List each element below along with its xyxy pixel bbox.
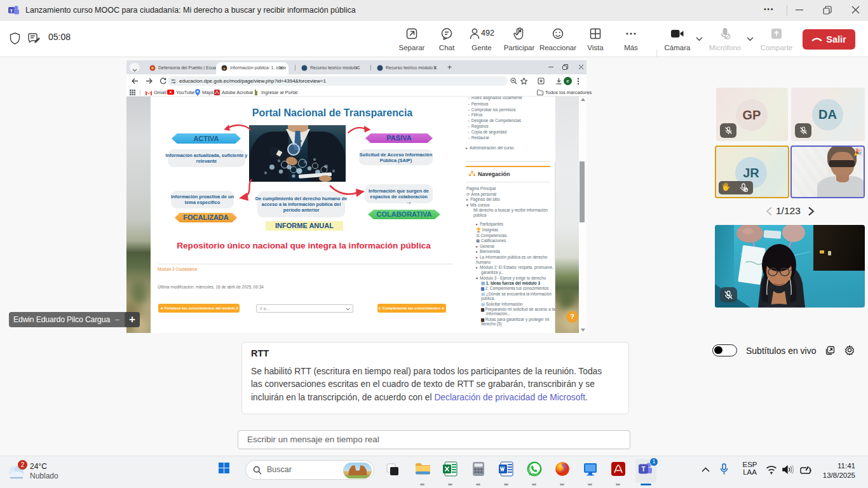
svg-text:T: T [10, 8, 13, 14]
svg-text:T: T [641, 466, 645, 473]
svg-text:492: 492 [481, 29, 494, 37]
